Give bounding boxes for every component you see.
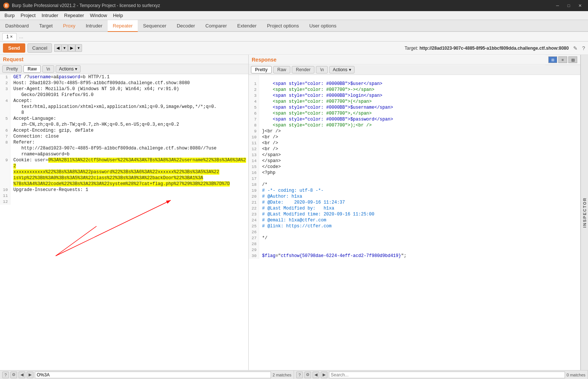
line-number: 26 xyxy=(249,229,259,235)
maximize-button[interactable]: □ xyxy=(564,2,574,9)
table-row: 6Accept-Encoding: gzip, deflate xyxy=(0,128,248,134)
request-tab-ln[interactable]: \n xyxy=(42,65,54,73)
line-content xyxy=(259,75,580,81)
response-tab-render[interactable]: Render xyxy=(292,66,314,73)
line-content: <span style="color: #0000BB">$password</… xyxy=(259,116,580,122)
view-grid-icon[interactable]: ▤ xyxy=(568,56,577,63)
line-number: 27 xyxy=(249,235,259,241)
line-content: Accept: text/html,application/xhtml+xml,… xyxy=(10,98,248,116)
cancel-button[interactable]: Cancel xyxy=(27,43,52,53)
send-button[interactable]: Send xyxy=(3,43,25,53)
response-tab-raw[interactable]: Raw xyxy=(273,66,290,73)
menu-burp[interactable]: Burp xyxy=(1,12,17,19)
table-row: 29 xyxy=(249,247,580,253)
line-content xyxy=(259,176,580,182)
response-search-prev-icon[interactable]: ◀ xyxy=(313,372,319,378)
menu-project[interactable]: Project xyxy=(17,12,38,19)
request-code-wrapper: 1GET /?username=a&password=b HTTP/1.12Ho… xyxy=(0,74,248,370)
tab-repeater[interactable]: Repeater xyxy=(108,20,138,32)
subtab-1[interactable]: 1 × xyxy=(2,33,17,40)
nav-forward-button[interactable]: ▶ xyxy=(68,44,75,52)
minimize-button[interactable]: ─ xyxy=(552,2,563,9)
nav-back-dropdown[interactable]: ▾ xyxy=(61,44,68,52)
line-number: 15 xyxy=(249,164,259,170)
response-search-help-icon[interactable]: ? xyxy=(296,372,303,378)
table-row: 20# @Author: h1xa xyxy=(249,194,580,200)
tab-sequencer[interactable]: Sequencer xyxy=(138,20,172,32)
request-search-next-icon[interactable]: ▶ xyxy=(27,372,33,378)
tab-extender[interactable]: Extender xyxy=(232,20,262,32)
menu-repeater[interactable]: Repeater xyxy=(61,12,87,19)
table-row: 17 xyxy=(249,176,580,182)
response-code-area[interactable]: 1 <span style="color: #0000BB">$user</sp… xyxy=(249,75,580,370)
tab-target[interactable]: Target xyxy=(34,20,58,32)
request-search-prev-icon[interactable]: ◀ xyxy=(19,372,25,378)
line-content: # @link: https://ctfer.com xyxy=(259,223,580,229)
line-number: 9 xyxy=(249,128,259,134)
edit-target-icon[interactable]: ✎ xyxy=(573,45,578,51)
tab-project-options[interactable]: Project options xyxy=(262,20,304,32)
close-button[interactable]: ✕ xyxy=(575,2,585,9)
line-content: Referer: http://28ad1023-907c-4885-8f95-… xyxy=(10,139,248,157)
line-content: # -*- coding: utf-8 -*- xyxy=(259,188,580,194)
request-code-area[interactable]: 1GET /?username=a&password=b HTTP/1.12Ho… xyxy=(0,74,248,370)
view-split-icon[interactable]: ⊞ xyxy=(548,56,557,63)
view-list-icon[interactable]: ≡ xyxy=(558,56,567,63)
request-search-help-icon[interactable]: ? xyxy=(2,372,9,378)
line-content: </span> xyxy=(259,158,580,164)
request-tab-pretty[interactable]: Pretty xyxy=(2,65,22,73)
response-tab-ln[interactable]: \n xyxy=(316,66,328,73)
line-number: 1 xyxy=(249,81,259,87)
line-content: GET /?username=a&password=b HTTP/1.1 xyxy=(10,74,248,80)
request-matches-label: 2 matches xyxy=(272,373,291,377)
response-search-next-icon[interactable]: ▶ xyxy=(321,372,327,378)
table-row: 21# @Date: 2020-09-16 11:24:37 xyxy=(249,200,580,205)
line-content: Upgrade-Insecure-Requests: 1 xyxy=(10,187,248,193)
response-tab-pretty[interactable]: Pretty xyxy=(251,66,272,73)
table-row: 14</span> xyxy=(249,158,580,164)
line-content: # @Last Modified time: 2020-09-16 11:25:… xyxy=(259,211,580,217)
menu-help[interactable]: Help xyxy=(110,12,126,19)
menu-window[interactable]: Window xyxy=(87,12,110,19)
inspector-panel: INSPECTOR xyxy=(581,55,588,370)
help-icon[interactable]: ? xyxy=(582,45,585,51)
table-row: 6 <span style="color: #007700">,</span> xyxy=(249,111,580,116)
inspector-label: INSPECTOR xyxy=(582,197,587,228)
line-number: 1 xyxy=(0,74,10,80)
line-content: # @Last Modified by: h1xa xyxy=(259,205,580,211)
main-content: Request Pretty Raw \n Actions ▾ 1GET /?u… xyxy=(0,55,588,370)
tab-intruder[interactable]: Intruder xyxy=(81,20,108,32)
toolbar: Send Cancel ◀ ▾ ▶ ▾ Target: http://28ad1… xyxy=(0,42,588,55)
subtab-more[interactable]: … xyxy=(17,34,25,39)
tab-comparer[interactable]: Comparer xyxy=(200,20,232,32)
nav-forward-dropdown[interactable]: ▾ xyxy=(75,44,82,52)
line-number: 20 xyxy=(249,194,259,200)
table-row: 5 <span style="color: #0000BB">$username… xyxy=(249,105,580,111)
request-tab-raw[interactable]: Raw xyxy=(23,65,41,73)
response-search-settings-icon[interactable]: ⚙ xyxy=(304,372,311,378)
tab-user-options[interactable]: User options xyxy=(304,20,342,32)
request-search-settings-icon[interactable]: ⚙ xyxy=(10,372,17,378)
nav-back-button[interactable]: ◀ xyxy=(54,44,61,52)
tab-dashboard[interactable]: Dashboard xyxy=(0,20,34,32)
table-row: 9}<br /> xyxy=(249,128,580,134)
line-content: $flag="ctfshow{50798dae-6224-4eff-acd2-7… xyxy=(259,253,580,259)
tab-decoder[interactable]: Decoder xyxy=(172,20,200,32)
line-content: */ xyxy=(259,235,580,241)
bottom-search-bar: ? ⚙ ◀ ▶ 2 matches ? ⚙ ◀ ▶ 0 matches xyxy=(0,370,588,379)
menu-intruder[interactable]: Intruder xyxy=(39,12,61,19)
target-url: http://28ad1023-907c-4885-8f95-a1bbcf809… xyxy=(419,46,569,51)
titlebar: B Burp Suite Professional v2021.2 - Temp… xyxy=(0,0,588,11)
tab-proxy[interactable]: Proxy xyxy=(58,20,81,32)
table-row: 8 <span style="color: #007700">);<br /> xyxy=(249,122,580,128)
line-number: 5 xyxy=(0,116,10,128)
request-actions-dropdown[interactable]: Actions ▾ xyxy=(56,65,81,73)
table-row: 25# @link: https://ctfer.com xyxy=(249,223,580,229)
response-actions-chevron-icon: ▾ xyxy=(349,67,351,72)
line-number: 7 xyxy=(249,116,259,122)
response-actions-dropdown[interactable]: Actions ▾ xyxy=(329,66,354,73)
request-search-input[interactable] xyxy=(35,372,271,378)
response-search-input[interactable] xyxy=(329,372,565,378)
line-number: 25 xyxy=(249,223,259,229)
table-row: 19# -*- coding: utf-8 -*- xyxy=(249,188,580,194)
